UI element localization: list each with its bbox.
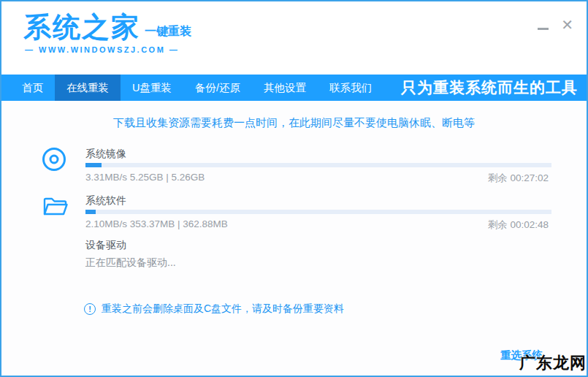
nav-item-other-settings[interactable]: 其他设置: [252, 75, 318, 101]
remaining-system-image: 剩余 00:27:02: [488, 172, 549, 185]
download-notice: 下载且收集资源需要耗费一点时间，在此期间尽量不要使电脑休眠、断电等: [1, 116, 587, 130]
minimize-button[interactable]: [537, 19, 550, 32]
disc-icon: [42, 148, 66, 171]
nav-item-backup-restore[interactable]: 备份/还原: [183, 75, 252, 101]
backup-warning-text: 重装之前会删除桌面及C盘文件，请及时备份重要资料: [102, 302, 344, 316]
task-label-system-software: 系统软件: [85, 194, 126, 207]
watermark-logo: 广东龙网: [519, 352, 587, 374]
app-subtitle: 一键重装: [145, 24, 191, 39]
app-window: 系统之家 一键重装 — WWW.WINDOWSZJ.COM — ✕ 首页 在线重…: [0, 0, 588, 377]
folder-icon: [42, 196, 69, 221]
task-label-system-image: 系统镜像: [85, 148, 126, 161]
titlebar: 系统之家 一键重装 — WWW.WINDOWSZJ.COM — ✕: [1, 1, 587, 73]
app-logo: 系统之家 一键重装 — WWW.WINDOWSZJ.COM —: [23, 13, 191, 54]
progress-fill-system-image: [85, 163, 102, 167]
stats-system-image: 3.31MB/s 5.25GB | 5.26GB: [85, 172, 205, 183]
nav-item-online-reinstall[interactable]: 在线重装: [55, 75, 121, 101]
app-title: 系统之家: [23, 13, 140, 41]
website-url: — WWW.WINDOWSZJ.COM —: [23, 45, 191, 54]
content-area: 下载且收集资源需要耗费一点时间，在此期间尽量不要使电脑休眠、断电等 系统镜像 3…: [1, 101, 587, 377]
progress-bar-system-software: [85, 210, 551, 214]
task-label-device-driver: 设备驱动: [85, 239, 126, 252]
nav-item-contact-us[interactable]: 联系我们: [318, 75, 383, 101]
info-icon: !: [84, 303, 96, 315]
nav-item-home[interactable]: 首页: [10, 75, 55, 101]
close-button[interactable]: ✕: [561, 18, 573, 32]
minimize-icon: [538, 28, 549, 30]
close-icon: ✕: [561, 17, 573, 33]
progress-bar-system-image: [85, 163, 551, 167]
remaining-system-software: 剩余 00:02:48: [488, 218, 549, 232]
nav-bar: 首页 在线重装 U盘重装 备份/还原 其他设置 联系我们 只为重装系统而生的工具: [1, 75, 587, 101]
nav-item-usb-reinstall[interactable]: U盘重装: [121, 75, 183, 101]
nav-slogan: 只为重装系统而生的工具: [401, 75, 587, 101]
status-device-driver: 正在匹配设备驱动...: [85, 256, 176, 270]
stats-system-software: 2.10MB/s 353.37MB | 362.88MB: [85, 218, 228, 229]
progress-fill-system-software: [85, 210, 96, 214]
backup-warning: ! 重装之前会删除桌面及C盘文件，请及时备份重要资料: [84, 302, 344, 316]
